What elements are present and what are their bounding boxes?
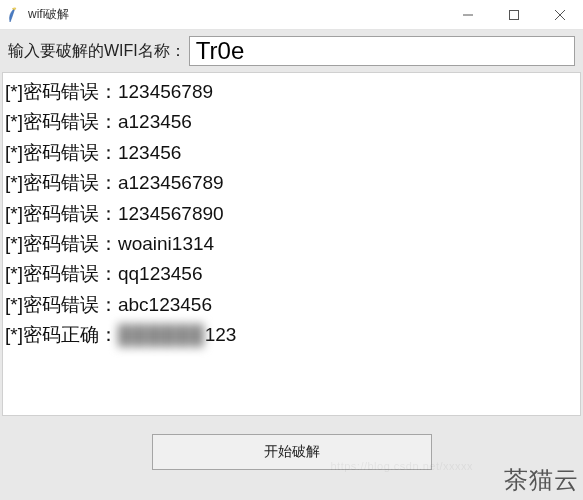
close-icon bbox=[555, 10, 565, 20]
status-correct-label: [*]密码正确： bbox=[5, 320, 118, 350]
password-visible-segment: 123 bbox=[205, 320, 237, 350]
button-area: 开始破解 bbox=[0, 416, 583, 500]
output-line: [*]密码错误：a123456 bbox=[5, 107, 578, 137]
window-title: wifi破解 bbox=[28, 6, 69, 23]
status-wrong-label: [*]密码错误： bbox=[5, 77, 118, 107]
titlebar-left: wifi破解 bbox=[6, 6, 69, 23]
maximize-icon bbox=[509, 10, 519, 20]
password-hidden-segment: ██████ bbox=[118, 320, 205, 350]
watermark-faint: https://blog.csdn.net/xxxxx bbox=[330, 460, 473, 472]
password-value: 123456789 bbox=[118, 77, 213, 107]
password-value: abc123456 bbox=[118, 290, 212, 320]
status-wrong-label: [*]密码错误： bbox=[5, 199, 118, 229]
titlebar: wifi破解 bbox=[0, 0, 583, 30]
password-value: a123456789 bbox=[118, 168, 224, 198]
output-line: [*]密码错误：abc123456 bbox=[5, 290, 578, 320]
output-line: [*]密码错误：123456789 bbox=[5, 77, 578, 107]
wifi-name-label: 输入要破解的WIFI名称： bbox=[8, 41, 186, 62]
input-row: 输入要破解的WIFI名称： bbox=[0, 30, 583, 72]
password-value: a123456 bbox=[118, 107, 192, 137]
output-line: [*]密码错误：a123456789 bbox=[5, 168, 578, 198]
output-panel: [*]密码错误：123456789[*]密码错误：a123456[*]密码错误：… bbox=[2, 72, 581, 416]
status-wrong-label: [*]密码错误： bbox=[5, 290, 118, 320]
output-line: [*]密码错误：qq123456 bbox=[5, 259, 578, 289]
output-line: [*]密码正确：██████123 bbox=[5, 320, 578, 350]
close-button[interactable] bbox=[537, 0, 583, 29]
password-value: 123456 bbox=[118, 138, 181, 168]
svg-rect-1 bbox=[510, 10, 519, 19]
status-wrong-label: [*]密码错误： bbox=[5, 229, 118, 259]
output-line: [*]密码错误：1234567890 bbox=[5, 199, 578, 229]
status-wrong-label: [*]密码错误： bbox=[5, 138, 118, 168]
status-wrong-label: [*]密码错误： bbox=[5, 259, 118, 289]
output-line: [*]密码错误：woaini1314 bbox=[5, 229, 578, 259]
watermark-right: 茶猫云 bbox=[504, 464, 579, 496]
password-value: 1234567890 bbox=[118, 199, 224, 229]
maximize-button[interactable] bbox=[491, 0, 537, 29]
status-wrong-label: [*]密码错误： bbox=[5, 107, 118, 137]
password-value: woaini1314 bbox=[118, 229, 214, 259]
wifi-name-input[interactable] bbox=[189, 36, 575, 66]
app-window: wifi破解 输入要破解的WIFI名称： [*]密码错误：123456789[*… bbox=[0, 0, 583, 500]
output-line: [*]密码错误：123456 bbox=[5, 138, 578, 168]
password-value: qq123456 bbox=[118, 259, 203, 289]
minimize-button[interactable] bbox=[445, 0, 491, 29]
window-controls bbox=[445, 0, 583, 29]
app-icon bbox=[6, 7, 22, 23]
minimize-icon bbox=[463, 10, 473, 20]
status-wrong-label: [*]密码错误： bbox=[5, 168, 118, 198]
